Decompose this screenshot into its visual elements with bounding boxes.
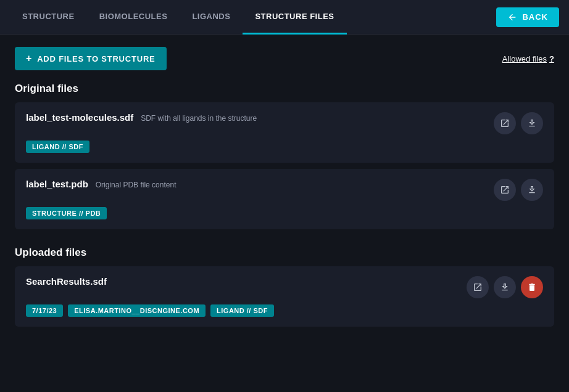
- file-card-2: label_test.pdb Original PDB file content: [15, 169, 554, 229]
- file-2-download-button[interactable]: [521, 179, 543, 201]
- original-files-section: Original files label_test-molecules.sdf …: [15, 83, 554, 229]
- back-label: BACK: [522, 12, 548, 22]
- add-files-label: ADD FILES TO STRUCTURE: [37, 54, 155, 63]
- uploaded-file-1-name-row: SearchResults.sdf: [26, 276, 107, 287]
- file-1-external-link-button[interactable]: [494, 112, 516, 134]
- file-card-1-header: label_test-molecules.sdf SDF with all li…: [26, 112, 543, 134]
- allowed-files-link[interactable]: Allowed files ?: [502, 54, 554, 63]
- file-1-name: label_test-molecules.sdf: [26, 112, 133, 123]
- back-arrow-icon: [507, 12, 517, 22]
- file-2-external-link-button[interactable]: [494, 179, 516, 201]
- uploaded-file-1-download-button[interactable]: [494, 276, 516, 298]
- uploaded-file-1-tags: 7/17/23 ELISA.MARTINO__DISCNGINE.COM LIG…: [26, 304, 543, 317]
- main-content: + ADD FILES TO STRUCTURE Allowed files ?…: [0, 35, 569, 356]
- file-1-name-row: label_test-molecules.sdf SDF with all li…: [26, 112, 257, 123]
- uploaded-file-1-name: SearchResults.sdf: [26, 276, 107, 287]
- download-icon-2: [527, 185, 537, 195]
- file-2-name: label_test.pdb: [26, 179, 88, 189]
- file-1-actions: [494, 112, 543, 134]
- top-navigation: STRUCTURE BIOMOLECULES LIGANDS STRUCTURE…: [0, 0, 569, 35]
- question-mark-icon: ?: [549, 54, 554, 63]
- file-2-tag-0: STRUCTURE // PDB: [26, 207, 107, 219]
- file-1-download-button[interactable]: [521, 112, 543, 134]
- tab-structure[interactable]: STRUCTURE: [10, 0, 87, 35]
- plus-icon: +: [26, 53, 32, 64]
- uploaded-files-section: Uploaded files SearchResults.sdf: [15, 247, 554, 327]
- action-bar: + ADD FILES TO STRUCTURE Allowed files ?: [15, 47, 554, 70]
- back-button[interactable]: BACK: [496, 7, 559, 27]
- file-card-2-header: label_test.pdb Original PDB file content: [26, 179, 543, 201]
- uploaded-file-1-header: SearchResults.sdf: [26, 276, 543, 298]
- uploaded-file-1-tag-0: 7/17/23: [26, 304, 63, 317]
- tab-ligands[interactable]: LIGANDS: [180, 0, 243, 35]
- file-2-tags: STRUCTURE // PDB: [26, 207, 543, 219]
- file-2-actions: [494, 179, 543, 201]
- original-files-title: Original files: [15, 83, 554, 95]
- file-2-desc: Original PDB file content: [96, 181, 177, 189]
- file-card-1: label_test-molecules.sdf SDF with all li…: [15, 102, 554, 163]
- uploaded-file-1-external-link-button[interactable]: [467, 276, 489, 298]
- external-link-icon: [500, 118, 510, 128]
- file-2-name-row: label_test.pdb Original PDB file content: [26, 179, 176, 189]
- download-icon: [527, 118, 537, 128]
- allowed-files-label: Allowed files: [502, 54, 547, 63]
- uploaded-files-title: Uploaded files: [15, 247, 554, 259]
- file-1-tags: LIGAND // SDF: [26, 141, 543, 153]
- external-link-icon-2: [500, 185, 510, 195]
- delete-icon: [527, 282, 537, 292]
- file-1-desc: SDF with all ligands in the structure: [141, 114, 257, 123]
- uploaded-file-1-delete-button[interactable]: [521, 276, 543, 298]
- download-icon-3: [500, 282, 510, 292]
- uploaded-file-1-tag-2: LIGAND // SDF: [210, 304, 274, 317]
- uploaded-file-1-tag-1: ELISA.MARTINO__DISCNGINE.COM: [68, 304, 206, 317]
- external-link-icon-3: [473, 282, 483, 292]
- tab-biomolecules[interactable]: BIOMOLECULES: [87, 0, 180, 35]
- uploaded-file-card-1: SearchResults.sdf: [15, 266, 554, 327]
- uploaded-file-1-actions: [467, 276, 543, 298]
- file-1-tag-0: LIGAND // SDF: [26, 141, 89, 153]
- tab-structure-files[interactable]: STRUCTURE FILES: [243, 0, 346, 35]
- add-files-button[interactable]: + ADD FILES TO STRUCTURE: [15, 47, 167, 70]
